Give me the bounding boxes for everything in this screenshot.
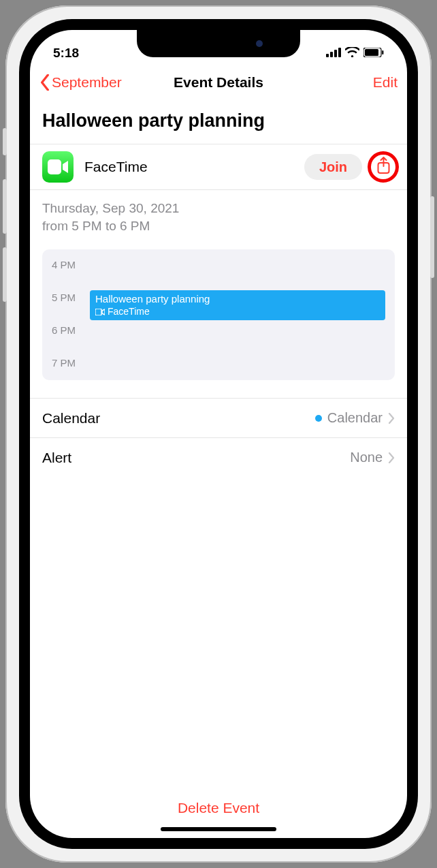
svg-rect-5 xyxy=(365,49,378,56)
cell-signal-icon xyxy=(326,46,341,61)
share-button[interactable] xyxy=(376,157,391,177)
timeline-event-sub: FaceTime xyxy=(108,306,150,318)
edit-button[interactable]: Edit xyxy=(373,74,398,91)
share-highlight-circle xyxy=(368,151,399,183)
svg-rect-3 xyxy=(338,48,341,57)
chevron-left-icon xyxy=(39,74,50,91)
share-icon xyxy=(376,157,391,174)
page-title: Event Details xyxy=(174,74,263,91)
hour-label: 6 PM xyxy=(52,324,83,336)
timeline-event-block[interactable]: Halloween party planning FaceTime xyxy=(90,290,385,320)
home-indicator[interactable] xyxy=(161,827,276,831)
svg-rect-1 xyxy=(330,52,333,57)
facetime-app-icon xyxy=(42,151,74,183)
status-time: 5:18 xyxy=(53,46,79,61)
calendar-row[interactable]: Calendar Calendar xyxy=(30,398,407,437)
nav-bar: September Event Details Edit xyxy=(30,64,407,101)
svg-rect-2 xyxy=(334,50,337,57)
hour-label: 4 PM xyxy=(52,259,83,270)
event-title: Halloween party planning xyxy=(30,101,407,144)
video-icon xyxy=(95,309,105,315)
join-button[interactable]: Join xyxy=(304,154,362,180)
back-button[interactable]: September xyxy=(39,74,122,91)
facetime-label: FaceTime xyxy=(84,159,304,175)
delete-event-button[interactable]: Delete Event xyxy=(30,786,407,827)
event-date: Thursday, Sep 30, 2021 xyxy=(42,200,395,217)
svg-rect-6 xyxy=(382,50,383,55)
alert-label: Alert xyxy=(42,450,71,466)
back-label: September xyxy=(52,74,122,91)
timeline: 4 PM 5 PM 6 PM 7 PM Halloween party plan… xyxy=(42,249,395,380)
calendar-color-dot xyxy=(315,415,322,422)
timeline-event-title: Halloween party planning xyxy=(95,293,380,306)
wifi-icon xyxy=(345,46,359,61)
status-right xyxy=(326,46,384,61)
hour-label: 5 PM xyxy=(52,292,83,303)
battery-icon xyxy=(363,46,384,61)
calendar-value: Calendar xyxy=(327,410,383,426)
chevron-right-icon xyxy=(388,413,395,424)
event-datetime: Thursday, Sep 30, 2021 from 5 PM to 6 PM xyxy=(30,190,407,244)
svg-rect-0 xyxy=(326,54,329,57)
svg-rect-9 xyxy=(95,309,101,315)
svg-rect-7 xyxy=(48,159,61,174)
hour-label: 7 PM xyxy=(52,357,83,369)
event-time: from 5 PM to 6 PM xyxy=(42,217,395,235)
facetime-row: FaceTime Join xyxy=(30,144,407,190)
chevron-right-icon xyxy=(388,452,395,463)
alert-value: None xyxy=(350,450,383,465)
alert-row[interactable]: Alert None xyxy=(30,437,407,477)
calendar-label: Calendar xyxy=(42,410,100,427)
